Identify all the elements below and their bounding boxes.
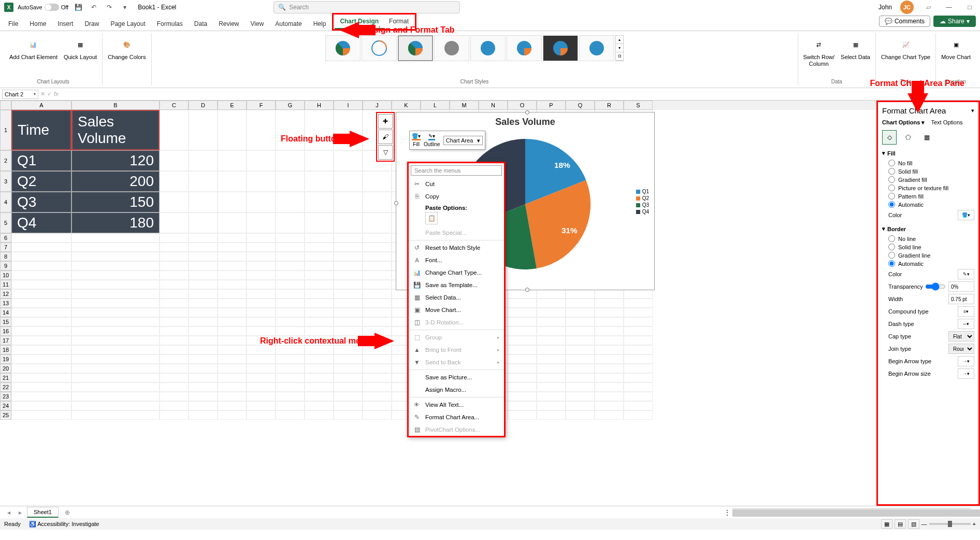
select-data-button[interactable]: ▦ Select Data	[839, 35, 872, 62]
column-header[interactable]: S	[624, 101, 653, 110]
border-option-solid-line[interactable]: Solid line	[888, 244, 974, 250]
border-option-gradient-line[interactable]: Gradient line	[888, 252, 974, 259]
chevron-down-icon[interactable]: ▾	[971, 107, 974, 114]
column-header[interactable]: P	[537, 101, 566, 110]
column-header[interactable]: F	[247, 101, 276, 110]
autosave-toggle[interactable]: AutoSave Off	[18, 4, 68, 11]
context-item-format-chart-area[interactable]: ✎Format Chart Area...	[409, 411, 504, 423]
tab-chart-options[interactable]: Chart Options ▾	[882, 119, 925, 126]
tab-data[interactable]: Data	[189, 17, 212, 31]
row-header[interactable]: 8	[0, 252, 11, 261]
context-item-save-as-template[interactable]: 💾Save as Template...	[409, 279, 504, 291]
radio-input[interactable]	[888, 184, 895, 191]
radio-input[interactable]	[888, 160, 895, 166]
fill-option-pattern-fill[interactable]: Pattern fill	[888, 193, 974, 200]
row-header[interactable]: 15	[0, 317, 11, 326]
chart-style-6[interactable]	[507, 35, 542, 61]
begin-arrow-dropdown[interactable]: →▾	[958, 356, 974, 366]
page-layout-button[interactable]: ▤	[895, 519, 906, 529]
fill-option-automatic[interactable]: Automatic	[888, 201, 974, 208]
row-header[interactable]: 13	[0, 299, 11, 308]
comments-button[interactable]: 💬 Comments	[879, 16, 930, 27]
table-cell[interactable]: Q3	[11, 192, 71, 212]
column-header[interactable]: J	[363, 101, 392, 110]
chart-legend[interactable]: Q1 Q2 Q3 Q4	[636, 188, 649, 216]
row-header[interactable]: 25	[0, 410, 11, 420]
chart-title[interactable]: Sales Volume	[396, 112, 654, 132]
row-header[interactable]: 18	[0, 345, 11, 354]
context-item-save-as-picture[interactable]: Save as Picture...	[409, 371, 504, 383]
save-icon[interactable]: 💾	[73, 2, 84, 13]
column-header[interactable]: K	[392, 101, 421, 110]
table-cell[interactable]: Q1	[11, 150, 71, 171]
row-header[interactable]: 17	[0, 336, 11, 345]
zoom-out-button[interactable]: —	[921, 521, 927, 527]
join-select[interactable]: Round	[948, 344, 974, 354]
table-header-cell[interactable]: Sales Volume	[71, 110, 160, 150]
radio-input[interactable]	[888, 201, 895, 208]
border-color-dropdown[interactable]: ✎▾	[958, 269, 974, 279]
add-chart-element-button[interactable]: 📊 Add Chart Element	[7, 35, 60, 62]
column-header[interactable]: Q	[566, 101, 595, 110]
search-box[interactable]: 🔍 Search	[273, 1, 460, 13]
horizontal-scrollbar[interactable]	[732, 508, 971, 517]
context-item-view-alt-text[interactable]: 👁View Alt Text...	[409, 399, 504, 411]
fx-icon[interactable]: fx	[54, 91, 59, 97]
column-header[interactable]: B	[71, 101, 160, 110]
tab-file[interactable]: File	[3, 17, 23, 31]
fill-color-button[interactable]: 🪣▾ Fill	[412, 133, 421, 147]
fill-line-icon[interactable]: ◇	[882, 130, 897, 145]
radio-input[interactable]	[888, 235, 895, 242]
row-header[interactable]: 20	[0, 364, 11, 373]
scroll-thumb[interactable]	[732, 509, 980, 517]
context-item-font[interactable]: AFont...	[409, 254, 504, 266]
page-break-button[interactable]: ▧	[908, 519, 919, 529]
context-item-select-data[interactable]: ▦Select Data...	[409, 291, 504, 304]
fill-option-picture-or-texture-fill[interactable]: Picture or texture fill	[888, 184, 974, 191]
tab-automate[interactable]: Automate	[270, 17, 307, 31]
radio-input[interactable]	[888, 244, 895, 250]
column-header[interactable]: C	[160, 101, 189, 110]
chart-styles-button[interactable]: 🖌	[378, 130, 393, 144]
zoom-slider[interactable]	[929, 523, 971, 525]
row-header[interactable]: 22	[0, 382, 11, 392]
user-avatar[interactable]: JC	[900, 1, 914, 14]
cancel-icon[interactable]: ✕	[40, 91, 45, 97]
cap-select[interactable]: Flat	[948, 331, 974, 342]
row-header[interactable]: 5	[0, 212, 11, 233]
fill-header[interactable]: ▾ Fill	[882, 150, 974, 157]
chart-filters-button[interactable]: ▽	[378, 145, 393, 160]
enter-icon[interactable]: ✓	[47, 91, 52, 97]
table-cell[interactable]: Q4	[11, 212, 71, 233]
fill-option-no-fill[interactable]: No fill	[888, 160, 974, 166]
undo-icon[interactable]: ↶	[88, 2, 99, 13]
context-item-assign-macro[interactable]: Assign Macro...	[409, 383, 504, 396]
column-header[interactable]: O	[508, 101, 537, 110]
column-header[interactable]: G	[276, 101, 305, 110]
sheet-menu-icon[interactable]: ⋮	[724, 509, 730, 516]
chart-elements-button[interactable]: ✚	[378, 114, 393, 129]
table-cell[interactable]: 120	[71, 150, 160, 171]
quick-layout-button[interactable]: ▦ Quick Layout	[62, 35, 99, 62]
chart-style-2[interactable]	[362, 35, 397, 61]
accessibility-status[interactable]: ♿ Accessibility: Investigate	[29, 521, 99, 528]
context-item-change-chart-type[interactable]: 📊Change Chart Type...	[409, 266, 504, 279]
add-sheet-button[interactable]: ⊕	[61, 509, 74, 516]
row-header[interactable]: 19	[0, 354, 11, 364]
tab-view[interactable]: View	[246, 17, 269, 31]
fill-option-solid-fill[interactable]: Solid fill	[888, 168, 974, 175]
width-input[interactable]	[948, 294, 974, 304]
customize-qat-icon[interactable]: ▾	[119, 2, 131, 13]
fill-color-dropdown[interactable]: 🪣▾	[958, 210, 974, 220]
context-item-copy[interactable]: ⎘Copy	[409, 190, 504, 203]
chart-style-1[interactable]	[325, 35, 361, 61]
chart-style-4[interactable]	[434, 35, 469, 61]
user-name[interactable]: John	[878, 4, 892, 11]
change-colors-button[interactable]: 🎨 Change Colors	[106, 35, 148, 62]
table-cell[interactable]: 150	[71, 192, 160, 212]
tab-home[interactable]: Home	[24, 17, 51, 31]
row-header[interactable]: 6	[0, 233, 11, 243]
column-header[interactable]: E	[218, 101, 247, 110]
name-box[interactable]: Chart 2 ▾	[2, 90, 38, 99]
row-header[interactable]: 24	[0, 401, 11, 410]
